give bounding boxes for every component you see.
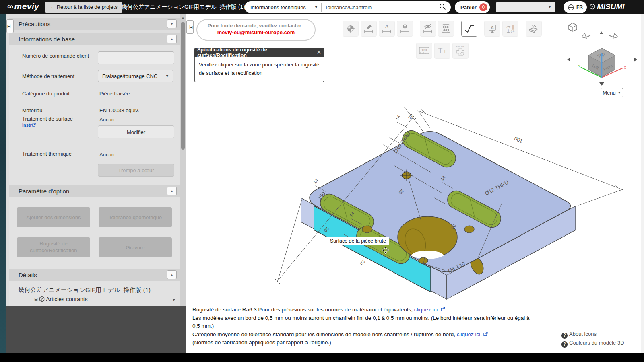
order-number-input[interactable] [98, 51, 174, 64]
edge-break-button[interactable] [526, 21, 542, 37]
surface-roughness-tool-button[interactable] [461, 21, 477, 37]
tilt-up-icon[interactable] [600, 31, 603, 34]
search-input[interactable] [322, 2, 439, 12]
dimension-ruler-button[interactable]: 123 [416, 43, 432, 59]
details-item-title: 幾何公差アニメーションGIF用モデル_操作版 (1) [18, 286, 151, 294]
search-bar: Informations techniques▼ [245, 1, 451, 13]
search-icon[interactable] [439, 3, 446, 12]
surface-treatment-label: Traitement de surface [22, 116, 73, 122]
rotate-right-icon[interactable] [609, 33, 618, 38]
svg-text:25: 25 [407, 113, 415, 120]
collapse-toggle-icon[interactable]: ▲ [167, 270, 177, 279]
geometric-tolerance-button: Tolérance géométrique [99, 207, 172, 227]
chevron-down-icon: ▼ [165, 74, 169, 78]
section-options[interactable]: Paramètre d'option ▲ [9, 185, 180, 197]
geometric-tolerance-tool-button[interactable]: ▱ ∥⊥ ◎ [502, 21, 518, 37]
core-hardening-button: Trempe à cœur [98, 164, 174, 177]
heat-treatment-label: Traitement thermique [22, 151, 72, 157]
tolerance-link[interactable]: cliquez ici. [457, 331, 482, 337]
back-arrow-icon: ← [50, 4, 55, 10]
tree-collapse-icon[interactable]: ⊟ [34, 297, 38, 302]
svg-text:100: 100 [513, 135, 524, 144]
help-icon: ? [561, 333, 568, 339]
sidebar-scrollbar-thumb[interactable] [181, 22, 185, 150]
contact-email[interactable]: meviy-eu@misumi-europe.com [197, 29, 315, 35]
details-body: 幾何公差アニメーションGIF用モデル_操作版 (1) ⊟ Articles co… [9, 281, 180, 306]
sidebar-collapse-handle[interactable]: ▶▏ [6, 19, 14, 33]
base-info-body: Numéro de commande client Méthode de tra… [9, 45, 180, 199]
section-precautions[interactable]: Précautions ▼ [9, 18, 180, 30]
collapse-toggle-icon[interactable]: ▲ [167, 35, 177, 43]
axes-triad: Y X [578, 53, 626, 78]
section-base-info[interactable]: Informations de base ▲ [9, 33, 180, 45]
help-icon: ? [561, 341, 568, 348]
note-line: Catégorie moyenne de tolérance standard … [192, 331, 530, 339]
pan-left-icon[interactable] [567, 58, 570, 62]
viewcube-menu-button[interactable]: Menu▼ [601, 88, 623, 97]
note-line: (Normes de fabrication appliquées par ra… [192, 339, 530, 347]
text-dimension-button[interactable]: A [379, 21, 395, 37]
small-hole[interactable] [464, 226, 474, 233]
popup-header: Spécifications de rugosité de surface/Re… [194, 48, 324, 57]
info-category-dropdown[interactable]: Informations techniques▼ [245, 3, 322, 12]
tilt-down-icon[interactable] [599, 82, 604, 86]
cart-button[interactable]: Panier 0 [455, 1, 490, 13]
section-details[interactable]: Détails ▲ [9, 269, 180, 281]
meviy-logo-icon: ∞ [7, 2, 13, 11]
list-scroll-down-icon[interactable]: ▼ [172, 298, 176, 302]
chevron-down-icon: ▼ [314, 5, 318, 9]
model-colors-link[interactable]: ?Couleurs du modèle 3D [561, 339, 624, 348]
datum-target-button[interactable] [343, 21, 359, 37]
scroll-up-icon[interactable]: ▲ [181, 16, 185, 20]
globe-icon [568, 4, 574, 11]
six-views-button[interactable]: 6VIEWS [452, 43, 469, 59]
surface-tooltip: Surface de la pièce brute [327, 237, 389, 245]
order-number-label: Numéro de commande client [22, 52, 91, 59]
machining-pattern-button[interactable] [438, 21, 454, 37]
tree-item-current-articles[interactable]: ⊟ Articles courants [34, 296, 88, 302]
instr-link[interactable]: Instr [22, 123, 36, 128]
material-value: EN 1.0038 equiv. [99, 107, 139, 113]
chevron-down-icon: ▼ [548, 4, 552, 9]
material-standards-link[interactable]: cliquez ici. [414, 306, 439, 313]
hide-dimension-button[interactable] [420, 21, 436, 37]
edit-dimension-button[interactable] [361, 21, 377, 37]
svg-text:X: X [624, 66, 626, 70]
method-select[interactable]: Fraisage/tournage CNC▼ [98, 70, 173, 82]
rotate-left-icon[interactable] [582, 33, 590, 38]
language-button[interactable]: FR [564, 1, 587, 13]
note-line: 0,5 mm.) [192, 322, 530, 331]
contact-line: Pour toute demande, veuillez contacter : [197, 23, 315, 29]
model-viewport[interactable]: 150 100 25 Ø40 THRU 20 Ø6 ↧10 Ø12 THRU 1… [242, 97, 628, 306]
svg-text:20: 20 [359, 259, 366, 266]
main-collapse-handle[interactable]: ▕◀ [186, 20, 194, 34]
footer-notes: Rugosité de surface Ra6.3 Pour des préci… [192, 306, 530, 347]
contact-banner: Pour toute demande, veuillez contacter :… [196, 19, 316, 41]
window-scrollbar[interactable] [641, 14, 644, 353]
home-view-icon[interactable] [569, 23, 577, 31]
text-size-button[interactable]: TT [434, 43, 450, 59]
pan-right-icon[interactable] [634, 58, 637, 62]
svg-text:14: 14 [312, 178, 319, 185]
svg-text:T: T [438, 47, 443, 55]
modify-button[interactable]: Modifier [98, 125, 174, 138]
heat-treatment-value: Aucun [99, 152, 114, 158]
svg-text:Y: Y [578, 64, 580, 68]
chevron-down-icon: ▼ [618, 91, 621, 95]
collapse-toggle-icon[interactable]: ▲ [167, 187, 177, 195]
top-bar: ∞meviy ← Retour à la liste de projets 幾何… [0, 0, 644, 14]
external-link-icon [441, 307, 445, 311]
small-hole[interactable] [362, 226, 372, 233]
about-icons-link[interactable]: ?About icons [561, 330, 624, 339]
delete-dimension-button[interactable] [397, 21, 413, 37]
close-icon[interactable]: ✕ [317, 49, 321, 56]
external-link-icon [32, 123, 36, 127]
meviy-logo[interactable]: ∞meviy [7, 2, 39, 11]
collapse-toggle-icon[interactable]: ▼ [167, 19, 177, 28]
category-value: Pièce fraisée [99, 90, 130, 97]
annotation-display-button[interactable]: A [484, 21, 500, 37]
back-to-projects-button[interactable]: ← Retour à la liste de projets [45, 2, 122, 13]
category-label: Catégorie du produit [22, 90, 70, 97]
roughness-popup: Spécifications de rugosité de surface/Re… [194, 48, 324, 82]
project-selector-dropdown[interactable]: ▼ [496, 2, 555, 12]
